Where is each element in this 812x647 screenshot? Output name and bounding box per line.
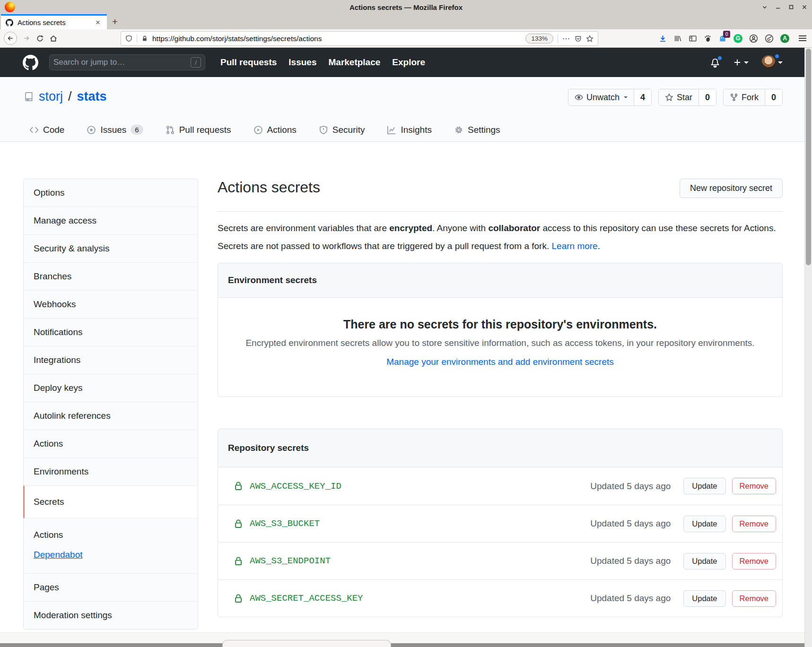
tab-code[interactable]: Code <box>29 125 64 135</box>
update-secret-button[interactable]: Update <box>683 478 725 494</box>
subsection-dependabot-link[interactable]: Dependabot <box>34 550 83 560</box>
user-menu[interactable] <box>761 55 783 69</box>
remove-secret-button[interactable]: Remove <box>732 516 776 532</box>
lock-icon[interactable] <box>141 35 148 42</box>
pocket-icon[interactable] <box>575 35 582 43</box>
fork-button[interactable]: Fork <box>724 89 765 105</box>
tab-security[interactable]: Security <box>319 125 365 135</box>
repo-action-buttons: Unwatch 4 Star 0 Fork 0 <box>568 89 783 106</box>
bookmark-star-icon[interactable] <box>586 35 594 43</box>
gnome-foot-icon[interactable] <box>704 35 712 43</box>
grammarly-icon[interactable]: G <box>733 34 742 43</box>
sidebar-item-options[interactable]: Options <box>24 179 198 207</box>
fingerprint-swirl-icon[interactable] <box>765 34 774 43</box>
scrollbar-thumb[interactable] <box>806 49 811 265</box>
remove-secret-button[interactable]: Remove <box>732 553 776 569</box>
firefox-logo-icon <box>5 2 15 12</box>
home-button[interactable] <box>49 35 58 43</box>
new-repository-secret-button[interactable]: New repository secret <box>680 179 783 198</box>
sidebar-item-security-analysis[interactable]: Security & analysis <box>24 234 198 262</box>
sidebar-item-pages[interactable]: Pages <box>24 573 198 601</box>
update-secret-button[interactable]: Update <box>683 590 725 607</box>
sidebar-item-moderation-settings[interactable]: Moderation settings <box>24 601 198 629</box>
watch-count[interactable]: 4 <box>634 89 651 105</box>
github-header-right <box>710 55 783 69</box>
subsection-actions-label[interactable]: Actions <box>34 530 188 540</box>
library-icon[interactable] <box>673 35 682 43</box>
tab-pull-requests[interactable]: Pull requests <box>166 125 231 135</box>
sidebar-item-autolink-references[interactable]: Autolink references <box>24 402 198 430</box>
tab-close-icon[interactable]: × <box>94 18 102 27</box>
sidebar-item-environments[interactable]: Environments <box>24 457 198 485</box>
menu-icon[interactable] <box>799 35 806 41</box>
sidebar-item-actions[interactable]: Actions <box>24 430 198 457</box>
notifications-bell[interactable] <box>710 57 720 68</box>
tab-settings[interactable]: Settings <box>454 125 500 135</box>
intro-line-1: Secrets are environment variables that a… <box>218 219 783 237</box>
manage-environments-link[interactable]: Manage your environments and add environ… <box>386 357 614 367</box>
vertical-scrollbar[interactable] <box>804 48 812 647</box>
create-new-button[interactable] <box>733 58 749 67</box>
url-bar[interactable]: https://github.com/storj/stats/settings/… <box>121 31 598 46</box>
minimize-icon[interactable] <box>775 4 781 10</box>
secret-updated: Updated 5 days ago <box>590 518 671 529</box>
zoom-level-badge[interactable]: 133% <box>525 34 553 43</box>
page-actions-icon[interactable]: ⋯ <box>562 34 570 43</box>
code-icon <box>29 125 39 135</box>
tab-issues[interactable]: Issues 6 <box>87 125 143 135</box>
sidebar-item-secrets[interactable]: Secrets <box>24 485 198 518</box>
url-divider <box>558 35 558 43</box>
sidebar-item-webhooks[interactable]: Webhooks <box>24 290 198 318</box>
secret-row: AWS_SECRET_ACCESS_KEY Updated 5 days ago… <box>218 579 782 617</box>
settings-sidebar: Options Manage access Security & analysi… <box>23 179 198 630</box>
browser-tab-actions-secrets[interactable]: Actions secrets × <box>1 14 107 29</box>
secret-name: AWS_S3_BUCKET <box>250 518 320 529</box>
star-count[interactable]: 0 <box>698 89 716 105</box>
sidebar-item-branches[interactable]: Branches <box>24 262 198 290</box>
sidebar-item-integrations[interactable]: Integrations <box>24 346 198 374</box>
url-text[interactable]: https://github.com/storj/stats/settings/… <box>152 35 322 43</box>
search-input[interactable] <box>53 58 191 67</box>
nav-marketplace[interactable]: Marketplace <box>328 57 380 68</box>
reload-button[interactable] <box>36 35 44 43</box>
nav-pull-requests[interactable]: Pull requests <box>220 57 277 68</box>
github-header: / Pull requests Issues Marketplace Explo… <box>0 48 812 77</box>
update-secret-button[interactable]: Update <box>683 516 725 532</box>
nav-explore[interactable]: Explore <box>392 57 425 68</box>
remove-secret-button[interactable]: Remove <box>732 590 776 607</box>
update-secret-button[interactable]: Update <box>683 553 725 569</box>
tab-label: Code <box>43 125 64 135</box>
unwatch-button[interactable]: Unwatch <box>568 89 634 105</box>
sidebar-toggle-icon[interactable] <box>689 35 697 43</box>
github-logo[interactable] <box>23 55 38 70</box>
learn-more-link[interactable]: Learn more <box>552 241 598 251</box>
remove-secret-button[interactable]: Remove <box>732 478 776 494</box>
maximize-icon[interactable] <box>788 4 794 10</box>
adblock-icon[interactable]: A <box>780 34 789 43</box>
tab-actions[interactable]: Actions <box>253 125 297 135</box>
sidebar-item-manage-access[interactable]: Manage access <box>24 207 198 234</box>
back-button[interactable] <box>4 32 17 45</box>
tracking-shield-icon[interactable] <box>125 35 132 43</box>
account-icon[interactable] <box>749 34 758 43</box>
close-window-icon[interactable] <box>802 4 807 10</box>
page-footer-band <box>0 632 812 644</box>
repo-owner-link[interactable]: storj <box>39 89 63 104</box>
fork-count[interactable]: 0 <box>765 89 782 105</box>
page-title: Actions secrets <box>218 179 320 196</box>
new-tab-button[interactable]: + <box>107 14 123 29</box>
chevron-down-icon[interactable] <box>762 4 768 10</box>
star-button[interactable]: Star <box>659 89 698 105</box>
fork-icon <box>730 93 738 102</box>
sidebar-item-deploy-keys[interactable]: Deploy keys <box>24 374 198 402</box>
nav-buttons <box>4 29 58 47</box>
sidebar-item-notifications[interactable]: Notifications <box>24 318 198 346</box>
ghostery-extension[interactable]: 0 <box>718 34 727 43</box>
downloads-icon[interactable] <box>659 35 667 43</box>
secrets-intro: Secrets are environment variables that a… <box>218 219 783 255</box>
repo-name-link[interactable]: stats <box>77 89 107 104</box>
nav-issues[interactable]: Issues <box>288 57 316 68</box>
github-search-box[interactable]: / <box>49 54 205 70</box>
forward-button[interactable] <box>22 35 31 42</box>
tab-insights[interactable]: Insights <box>387 125 431 135</box>
